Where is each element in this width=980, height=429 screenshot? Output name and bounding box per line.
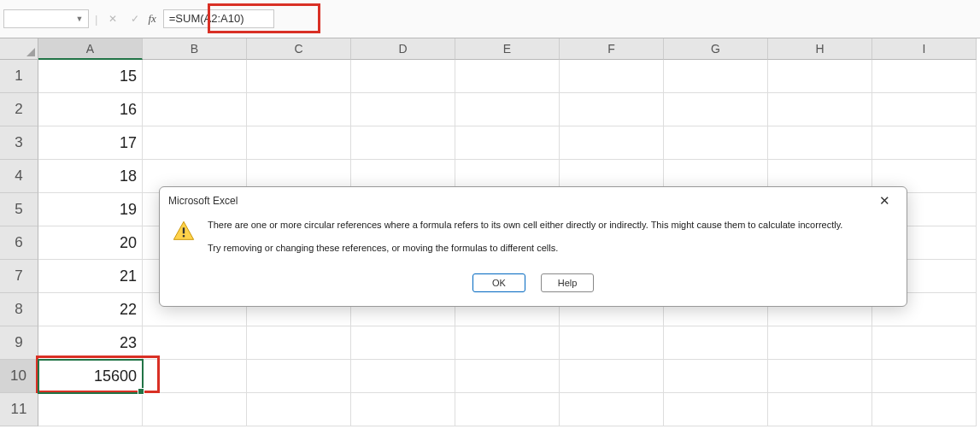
cell-I11[interactable] xyxy=(872,393,977,426)
cell-C10[interactable] xyxy=(247,360,351,393)
cell-B3[interactable] xyxy=(143,126,247,160)
row-header-5[interactable]: 5 xyxy=(0,193,38,226)
cell-E11[interactable] xyxy=(455,393,560,426)
cell-F9[interactable] xyxy=(560,326,664,360)
cell-G3[interactable] xyxy=(664,126,768,160)
row-header-7[interactable]: 7 xyxy=(0,260,38,293)
cell-D1[interactable] xyxy=(351,60,455,93)
column-header-C[interactable]: C xyxy=(247,38,351,60)
cell-A3[interactable]: 17 xyxy=(38,126,143,160)
column-header-I[interactable]: I xyxy=(872,38,977,60)
column-header-F[interactable]: F xyxy=(560,38,664,60)
cell-A7[interactable]: 21 xyxy=(38,260,143,293)
row-header-3[interactable]: 3 xyxy=(0,126,38,160)
cell-I10[interactable] xyxy=(872,360,977,393)
column-header-G[interactable]: G xyxy=(664,38,768,60)
cell-C2[interactable] xyxy=(247,93,351,126)
cell-E10[interactable] xyxy=(455,360,560,393)
row-header-6[interactable]: 6 xyxy=(0,226,38,260)
cell-G2[interactable] xyxy=(664,93,768,126)
cell-F1[interactable] xyxy=(560,60,664,93)
cell-G1[interactable] xyxy=(664,60,768,93)
cell-A11[interactable] xyxy=(38,393,143,426)
row-header-9[interactable]: 9 xyxy=(0,326,38,360)
column-header-E[interactable]: E xyxy=(455,38,560,60)
cell-G9[interactable] xyxy=(664,326,768,360)
close-icon[interactable]: ✕ xyxy=(871,189,898,213)
cell-F11[interactable] xyxy=(560,393,664,426)
help-button[interactable]: Help xyxy=(541,273,594,292)
row-header-10[interactable]: 10 xyxy=(0,360,38,393)
cell-E2[interactable] xyxy=(455,93,560,126)
cell-C11[interactable] xyxy=(247,393,351,426)
column-header-D[interactable]: D xyxy=(351,38,455,60)
cell-I2[interactable] xyxy=(872,93,977,126)
column-header-A[interactable]: A xyxy=(38,38,143,60)
dialog-line-2: Try removing or changing these reference… xyxy=(208,241,842,256)
cell-H3[interactable] xyxy=(768,126,872,160)
cell-G10[interactable] xyxy=(664,360,768,393)
cell-H1[interactable] xyxy=(768,60,872,93)
cell-A10[interactable]: 15600 xyxy=(38,360,143,393)
cell-D2[interactable] xyxy=(351,93,455,126)
cell-H10[interactable] xyxy=(768,360,872,393)
row-headers: 1234567891011 xyxy=(0,60,38,426)
cell-C1[interactable] xyxy=(247,60,351,93)
cell-F2[interactable] xyxy=(560,93,664,126)
ok-button[interactable]: OK xyxy=(472,273,525,292)
cell-B1[interactable] xyxy=(143,60,247,93)
formula-bar: ▼ | ✕ ✓ fx =SUM(A2:A10) xyxy=(0,0,980,38)
cell-I9[interactable] xyxy=(872,326,977,360)
cell-A2[interactable]: 16 xyxy=(38,93,143,126)
separator: | xyxy=(95,13,97,26)
cell-E9[interactable] xyxy=(455,326,560,360)
row-header-4[interactable]: 4 xyxy=(0,160,38,193)
cell-I1[interactable] xyxy=(872,60,977,93)
cell-D11[interactable] xyxy=(351,393,455,426)
cell-E3[interactable] xyxy=(455,126,560,160)
column-header-B[interactable]: B xyxy=(143,38,247,60)
cell-C9[interactable] xyxy=(247,326,351,360)
cell-A4[interactable]: 18 xyxy=(38,160,143,193)
cell-D10[interactable] xyxy=(351,360,455,393)
svg-rect-1 xyxy=(183,235,185,237)
cell-D3[interactable] xyxy=(351,126,455,160)
cell-B2[interactable] xyxy=(143,93,247,126)
cell-H11[interactable] xyxy=(768,393,872,426)
cell-D9[interactable] xyxy=(351,326,455,360)
row-header-2[interactable]: 2 xyxy=(0,93,38,126)
cell-A5[interactable]: 19 xyxy=(38,193,143,226)
row-header-8[interactable]: 8 xyxy=(0,293,38,326)
cell-C3[interactable] xyxy=(247,126,351,160)
dialog-line-1: There are one or more circular reference… xyxy=(208,218,842,232)
column-header-H[interactable]: H xyxy=(768,38,872,60)
name-box[interactable]: ▼ xyxy=(3,9,89,28)
circular-reference-dialog: Microsoft Excel ✕ There are one or more … xyxy=(159,186,907,307)
dialog-message: There are one or more circular reference… xyxy=(208,218,842,263)
dialog-title: Microsoft Excel xyxy=(168,195,238,207)
cell-F3[interactable] xyxy=(560,126,664,160)
fx-label[interactable]: fx xyxy=(148,12,156,26)
warning-icon xyxy=(172,220,196,244)
row-header-11[interactable]: 11 xyxy=(0,393,38,426)
name-box-dropdown-icon[interactable]: ▼ xyxy=(73,10,86,27)
cell-I3[interactable] xyxy=(872,126,977,160)
cell-E1[interactable] xyxy=(455,60,560,93)
row-header-1[interactable]: 1 xyxy=(0,60,38,93)
cell-A8[interactable]: 22 xyxy=(38,293,143,326)
cell-H9[interactable] xyxy=(768,326,872,360)
cell-A1[interactable]: 15 xyxy=(38,60,143,93)
svg-rect-0 xyxy=(183,227,185,233)
cell-A6[interactable]: 20 xyxy=(38,226,143,260)
cell-B11[interactable] xyxy=(143,393,247,426)
cell-H2[interactable] xyxy=(768,93,872,126)
accept-formula-icon[interactable]: ✓ xyxy=(126,9,144,28)
cell-G11[interactable] xyxy=(664,393,768,426)
cancel-formula-icon[interactable]: ✕ xyxy=(103,9,122,28)
select-all-corner[interactable] xyxy=(0,38,38,60)
dialog-titlebar: Microsoft Excel ✕ xyxy=(160,187,907,214)
cell-F10[interactable] xyxy=(560,360,664,393)
highlight-formulaBox xyxy=(208,3,320,33)
column-headers: ABCDEFGHI xyxy=(38,38,977,60)
